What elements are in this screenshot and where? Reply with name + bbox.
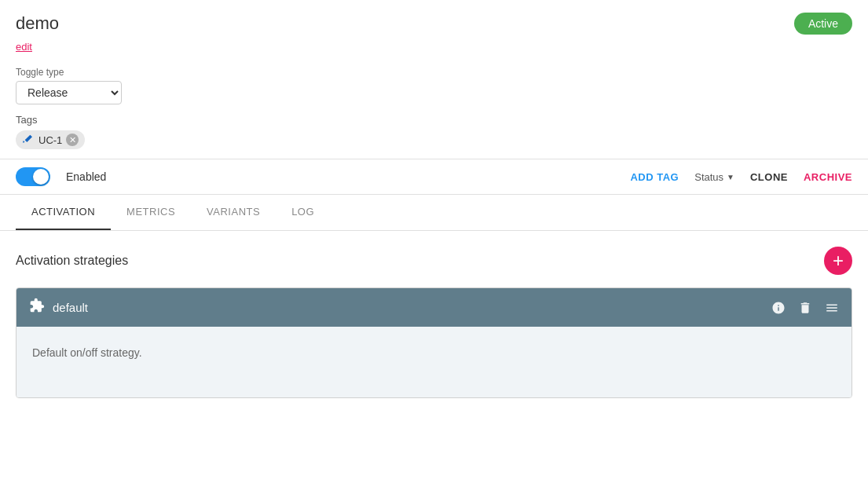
archive-button[interactable]: ARCHIVE bbox=[804, 171, 852, 183]
tabs-section: ACTIVATION METRICS VARIANTS LOG bbox=[0, 195, 868, 231]
tag-close-button[interactable]: ✕ bbox=[66, 134, 79, 146]
status-button[interactable]: Status ▼ bbox=[694, 171, 734, 183]
content-section: Activation strategies + default bbox=[0, 231, 868, 414]
puzzle-icon bbox=[29, 298, 45, 317]
strategy-delete-button[interactable] bbox=[798, 301, 812, 315]
tab-variants[interactable]: VARIANTS bbox=[191, 195, 276, 230]
enabled-toggle[interactable] bbox=[16, 167, 50, 186]
strategy-description: Default on/off strategy. bbox=[32, 346, 142, 359]
toggle-thumb bbox=[33, 169, 49, 185]
tag-text: UC-1 bbox=[38, 134, 62, 146]
toggle-type-label: Toggle type bbox=[16, 67, 852, 78]
activation-header: Activation strategies + bbox=[16, 247, 852, 275]
toolbar-section: Enabled ADD TAG Status ▼ CLONE ARCHIVE bbox=[0, 159, 868, 195]
header-top: demo Active bbox=[16, 13, 852, 35]
add-tag-button[interactable]: ADD TAG bbox=[630, 171, 679, 183]
activation-title: Activation strategies bbox=[16, 254, 128, 268]
toolbar-actions: ADD TAG Status ▼ CLONE ARCHIVE bbox=[630, 171, 852, 183]
tags-section: Tags UC-1 ✕ bbox=[16, 114, 852, 149]
strategy-body: Default on/off strategy. bbox=[16, 327, 852, 397]
toggle-type-section: Toggle type Release Experiment Operation… bbox=[16, 67, 852, 104]
add-strategy-button[interactable]: + bbox=[824, 247, 852, 275]
status-label: Status bbox=[694, 171, 723, 183]
chevron-down-icon: ▼ bbox=[727, 173, 734, 181]
tab-activation[interactable]: ACTIVATION bbox=[16, 195, 111, 230]
strategy-header: default bbox=[16, 288, 852, 327]
tab-metrics[interactable]: METRICS bbox=[111, 195, 191, 230]
strategy-menu-button[interactable] bbox=[825, 301, 839, 315]
tag-icon bbox=[20, 133, 35, 147]
edit-link[interactable]: edit bbox=[16, 41, 32, 53]
active-badge: Active bbox=[794, 13, 852, 35]
strategy-actions bbox=[771, 301, 839, 315]
strategy-name: default bbox=[53, 301, 764, 314]
header-section: demo Active edit Toggle type Release Exp… bbox=[0, 0, 868, 159]
tag-chip: UC-1 ✕ bbox=[16, 130, 85, 149]
app-title: demo bbox=[16, 13, 59, 34]
strategy-info-button[interactable] bbox=[771, 301, 786, 315]
tab-log[interactable]: LOG bbox=[276, 195, 330, 230]
strategy-card: default Default on/off strategy. bbox=[16, 287, 852, 398]
tags-label: Tags bbox=[16, 114, 852, 126]
clone-button[interactable]: CLONE bbox=[750, 171, 788, 183]
toggle-type-select[interactable]: Release Experiment Operational Permissio… bbox=[16, 81, 122, 104]
enabled-label: Enabled bbox=[66, 170, 106, 183]
